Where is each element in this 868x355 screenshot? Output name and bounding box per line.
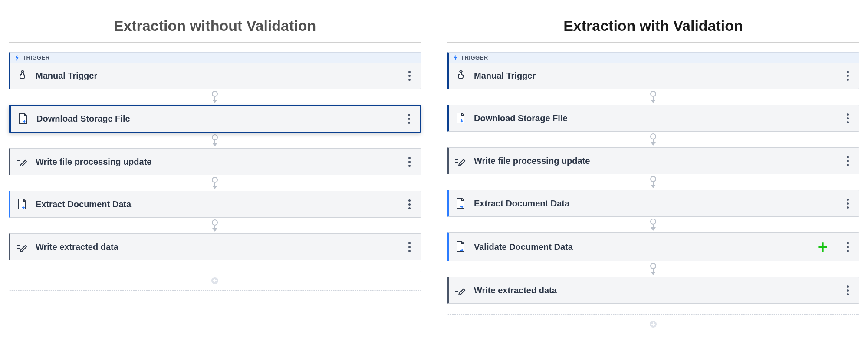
add-step-dropzone[interactable] <box>9 271 421 291</box>
plus-icon <box>649 320 658 328</box>
file-download-icon <box>455 113 466 124</box>
step-manual-trigger[interactable]: Manual Trigger <box>447 63 859 89</box>
bolt-icon <box>15 55 20 61</box>
step-download-storage-file[interactable]: Download Storage File <box>9 105 421 133</box>
step-label: Validate Document Data <box>474 242 810 252</box>
step-menu-button[interactable] <box>842 239 853 255</box>
panel-without-validation: Extraction without Validation TRIGGER Ma… <box>9 17 421 338</box>
step-label: Manual Trigger <box>36 71 396 81</box>
step-manual-trigger[interactable]: Manual Trigger <box>9 63 421 89</box>
plus-icon <box>210 276 219 285</box>
step-menu-button[interactable] <box>404 239 414 255</box>
trigger-label: TRIGGER <box>23 54 50 61</box>
connector <box>447 132 859 147</box>
step-menu-button[interactable] <box>842 196 853 211</box>
step-extract-document-data[interactable]: Extract Document Data <box>447 190 859 217</box>
step-label: Write extracted data <box>474 285 835 295</box>
trigger-header: TRIGGER <box>9 52 421 63</box>
connector <box>447 261 859 277</box>
step-label: Write file processing update <box>36 157 396 167</box>
connector <box>447 89 859 105</box>
step-menu-button[interactable] <box>842 68 853 83</box>
connector <box>9 218 421 233</box>
connector <box>9 89 421 105</box>
trigger-label: TRIGGER <box>461 54 488 61</box>
step-menu-button[interactable] <box>404 154 414 169</box>
step-validate-document-data[interactable]: Validate Document Data + <box>447 232 859 261</box>
step-menu-button[interactable] <box>842 153 853 169</box>
panel-divider <box>9 42 421 43</box>
edit-lines-icon <box>455 155 466 166</box>
connector <box>9 133 421 148</box>
step-menu-button[interactable] <box>842 110 853 126</box>
step-menu-button[interactable] <box>404 68 414 83</box>
panel-title: Extraction with Validation <box>447 17 859 34</box>
panel-divider <box>447 42 859 43</box>
step-write-extracted-data[interactable]: Write extracted data <box>9 233 421 260</box>
step-menu-button[interactable] <box>404 111 414 126</box>
add-step-dropzone[interactable] <box>447 314 859 334</box>
connector <box>9 175 421 191</box>
file-extract-icon <box>16 199 28 210</box>
step-download-storage-file[interactable]: Download Storage File <box>447 105 859 132</box>
file-extract-icon <box>455 198 466 209</box>
step-label: Write extracted data <box>36 242 396 252</box>
step-label: Write file processing update <box>474 156 835 166</box>
new-step-badge: + <box>818 238 828 255</box>
step-extract-document-data[interactable]: Extract Document Data <box>9 191 421 218</box>
bolt-icon <box>453 55 458 61</box>
step-menu-button[interactable] <box>842 282 853 298</box>
edit-lines-icon <box>16 241 28 252</box>
panel-title: Extraction without Validation <box>9 17 421 34</box>
step-write-processing-update[interactable]: Write file processing update <box>9 148 421 175</box>
step-write-processing-update[interactable]: Write file processing update <box>447 147 859 174</box>
tap-icon <box>16 70 28 81</box>
step-menu-button[interactable] <box>404 196 414 212</box>
tap-icon <box>455 70 466 81</box>
file-extract-icon <box>455 241 466 252</box>
step-label: Extract Document Data <box>36 199 396 209</box>
panel-with-validation: Extraction with Validation TRIGGER Manua… <box>447 17 859 338</box>
file-download-icon <box>17 113 29 124</box>
step-label: Download Storage File <box>36 114 396 124</box>
step-label: Manual Trigger <box>474 71 835 81</box>
connector <box>447 174 859 190</box>
edit-lines-icon <box>455 285 466 296</box>
edit-lines-icon <box>16 156 28 167</box>
step-label: Download Storage File <box>474 113 835 123</box>
workflow-left: TRIGGER Manual Trigger Download Storage … <box>9 52 421 291</box>
trigger-header: TRIGGER <box>447 52 859 63</box>
step-label: Extract Document Data <box>474 199 835 209</box>
connector <box>447 217 859 232</box>
step-write-extracted-data[interactable]: Write extracted data <box>447 277 859 304</box>
workflow-right: TRIGGER Manual Trigger Download Storage … <box>447 52 859 334</box>
